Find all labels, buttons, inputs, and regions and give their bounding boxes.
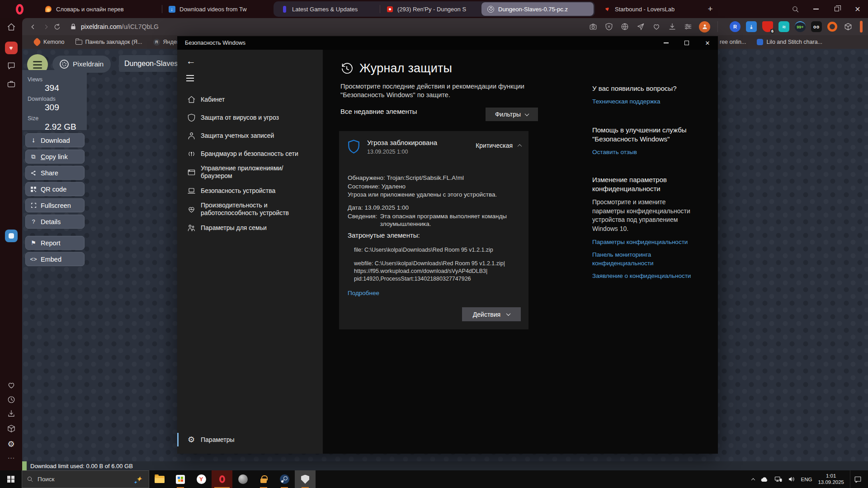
more-details-link[interactable]: Подробнее [348, 290, 379, 296]
back-button[interactable]: ← [186, 56, 196, 66]
taskbar-app-store[interactable] [170, 470, 191, 488]
extension-queue[interactable]: 99+ [795, 21, 806, 32]
cloud-icon[interactable] [760, 476, 769, 483]
browser-minimize-button[interactable] [806, 0, 826, 18]
clock[interactable]: 1:01 13.09.2025 [818, 473, 844, 485]
feedback-link[interactable]: Оставить отзыв [592, 148, 700, 156]
bookmark-kemono[interactable]: Kemono [34, 39, 65, 45]
sidebar-workspaces-button[interactable] [7, 80, 16, 89]
taskbar-app-explorer[interactable] [149, 470, 170, 488]
address-bar[interactable]: pixeldrain.com/u/iCL7QbLG [81, 23, 159, 30]
privacy-statement-link[interactable]: Заявление о конфиденциальности [592, 272, 700, 280]
tab-f95-latest[interactable]: Latest Games & Updates [275, 0, 380, 18]
sidebar-more-button[interactable]: ⋯ [8, 454, 15, 462]
details-button[interactable]: ? Details [25, 215, 85, 229]
tab-pixeldrain-active[interactable]: Dungeon-Slaves-0.75-pc.z [481, 2, 594, 16]
sidebar-app-active[interactable] [5, 230, 18, 242]
nav-item-device-security[interactable]: Безопасность устройства [177, 182, 323, 200]
extension-orange-ring[interactable] [827, 22, 837, 32]
tab-starbound[interactable]: ♥ Starbound - LoversLab [598, 0, 700, 18]
tab-search-button[interactable] [785, 0, 806, 18]
sidebar-downloads-button[interactable] [7, 409, 15, 418]
download-button[interactable]: ⭣ Download [25, 133, 85, 147]
site-lock-button[interactable] [70, 23, 76, 30]
threat-card[interactable]: Угроза заблокирована 13.09.2025 1:00 Кри… [339, 131, 528, 329]
sidebar-messenger-button[interactable] [7, 61, 16, 70]
maximize-button[interactable] [676, 36, 697, 50]
reload-button[interactable] [51, 21, 63, 33]
sidebar-speeddial-active[interactable]: ♥ [5, 42, 18, 54]
nav-item-home[interactable]: Кабинет [177, 90, 323, 108]
taskbar-app-defender[interactable] [295, 470, 316, 488]
network-icon[interactable] [774, 476, 782, 483]
report-button[interactable]: ⚑ Report [25, 236, 85, 250]
nav-item-virus-protection[interactable]: Защита от вирусов и угроз [177, 108, 323, 127]
embed-button[interactable]: <> Embed [25, 252, 85, 266]
nav-item-app-browser-control[interactable]: Управление приложениями/браузером [177, 163, 323, 182]
bookmark-lilo-stitch[interactable]: Lilo and Stitch chara... [757, 39, 822, 45]
forward-button[interactable] [39, 21, 51, 33]
extension-cube[interactable] [843, 21, 854, 32]
nav-item-firewall[interactable]: Брандмауэр и безопасность сети [177, 145, 323, 163]
sidebar-home-button[interactable] [7, 23, 16, 32]
support-link[interactable]: Техническая поддержка [592, 97, 700, 106]
bookmark-folder[interactable]: Панель закладок (Я... [75, 39, 142, 45]
qr-code-button[interactable]: QR code [25, 182, 85, 196]
opera-menu-button[interactable] [0, 0, 39, 18]
translate-button[interactable] [619, 21, 630, 33]
sidebar-extensions-button[interactable] [7, 424, 15, 433]
sidebar-favorites-button[interactable] [7, 381, 15, 389]
nav-item-account-protection[interactable]: Защита учетных записей [177, 127, 323, 145]
nav-item-family-options[interactable]: Параметры для семьи [177, 219, 323, 237]
privacy-dashboard-link[interactable]: Панель мониторинга конфиденциальности [592, 250, 700, 267]
downloads-button[interactable] [666, 21, 678, 33]
filters-button[interactable]: Фильтры [486, 108, 538, 121]
extension-downloader[interactable]: ⤓ [746, 21, 757, 32]
sidebar-settings-button[interactable]: ⚙ [6, 439, 16, 449]
shield-block-button[interactable] [603, 21, 614, 33]
new-tab-button[interactable]: + [703, 2, 717, 16]
share-button[interactable]: Share [25, 166, 85, 180]
action-center-button[interactable] [850, 470, 865, 488]
taskbar-app-yandex[interactable]: Y [191, 470, 212, 488]
copy-link-button[interactable]: ⧉ Copy link [25, 150, 85, 164]
window-title-bar[interactable]: Безопасность Windows ✕ [177, 36, 718, 50]
taskbar-app-steam[interactable] [274, 470, 295, 488]
extension-reader[interactable]: R [730, 21, 741, 32]
bookmark-heart-button[interactable] [651, 21, 662, 33]
download-icon: ↓ [168, 5, 175, 13]
settings-sliders-button[interactable] [682, 21, 693, 33]
browser-maximize-button[interactable] [826, 0, 847, 18]
fullscreen-button[interactable]: Fullscreen [25, 198, 85, 212]
tab-downloader[interactable]: ↓ Download videos from Tw [162, 0, 271, 18]
taskbar-app-media[interactable] [232, 470, 253, 488]
profile-avatar[interactable] [699, 21, 710, 33]
extension-eyes[interactable]: oo [811, 21, 822, 32]
nav-item-device-performance[interactable]: Производительность и работоспособность у… [177, 200, 323, 219]
sidebar-panel-toggle[interactable] [860, 21, 863, 33]
tab-dictionary[interactable]: Словарь и онлайн перев [39, 0, 162, 18]
taskbar-app-opera[interactable] [212, 470, 232, 488]
actions-button[interactable]: Действия [462, 307, 521, 321]
sidebar-history-button[interactable] [7, 395, 15, 404]
speaker-icon[interactable] [788, 476, 795, 483]
snapshot-button[interactable] [587, 21, 599, 33]
back-button[interactable] [28, 21, 39, 33]
bookmark-partial[interactable]: ree onlin... [720, 39, 746, 45]
close-button[interactable]: ✕ [697, 36, 718, 50]
search-highlights-icon[interactable]: ✦✦ [134, 474, 144, 484]
extension-proxy[interactable]: ≈ [778, 21, 789, 32]
taskbar-search[interactable]: Поиск ✦✦ [22, 470, 149, 488]
privacy-settings-link[interactable]: Параметры конфиденциальности [592, 238, 700, 246]
taskbar-app-keys[interactable] [253, 470, 274, 488]
tray-expand-chevron[interactable] [751, 478, 755, 482]
minimize-button[interactable] [656, 36, 676, 50]
severity-control[interactable]: Критическая [476, 142, 521, 149]
send-to-device-button[interactable] [635, 21, 646, 33]
nav-item-settings[interactable]: ⚙ Параметры [177, 431, 323, 448]
browser-close-button[interactable]: ✕ [847, 0, 868, 18]
start-button[interactable] [0, 470, 22, 488]
tab-renpy[interactable]: (293) Ren'Py - Dungeon S [380, 0, 481, 18]
language-indicator[interactable]: ENG [801, 477, 812, 482]
extension-adblock[interactable]: 6 [762, 21, 773, 32]
